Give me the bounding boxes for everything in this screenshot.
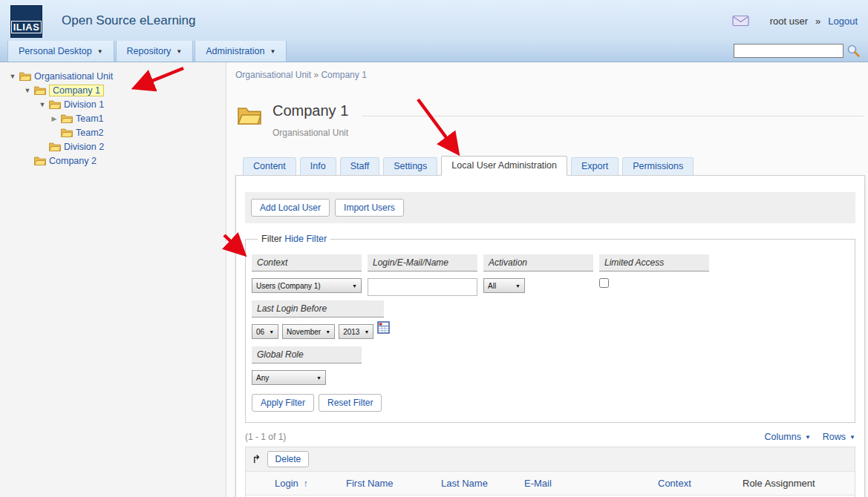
filter-activation-label: Activation [483,254,593,271]
chevron-down-icon: ▼ [325,329,330,335]
search-button[interactable] [846,44,861,58]
nav-repository-label: Repository [127,46,172,56]
chevron-down-icon: ▼ [849,434,855,441]
chevron-down-icon: ▼ [269,329,274,335]
table-header-row: Login ↑ First Name Last Name E-Mail Cont… [246,471,855,495]
filter-login-label: Login/E-Mail/Name [368,254,477,271]
chevron-down-icon: ▼ [352,283,357,289]
delete-button-top[interactable]: Delete [267,451,310,467]
tab-info[interactable]: Info [300,157,336,175]
column-header-context[interactable]: Context [653,472,738,495]
folder-icon [49,99,61,111]
tab-local-user-administration[interactable]: Local User Administration [441,156,567,176]
tab-bar: Content Info Staff Settings Local User A… [235,156,865,175]
page-title: Company 1 [273,102,348,119]
column-header-email[interactable]: E-Mail [520,472,653,495]
columns-menu[interactable]: Columns ▼ [765,432,811,442]
nav-personal-desktop[interactable]: Personal Desktop ▼ [7,41,114,62]
ilias-logo[interactable]: ILIAS [10,5,42,38]
breadcrumb-organisational-unit[interactable]: Organisational Unit [235,70,311,80]
username-label: root user [770,16,808,27]
header-separator: » [815,16,820,27]
tree-item-company-1[interactable]: Company 1 [49,85,104,96]
nav-administration[interactable]: Administration ▼ [195,41,287,62]
chevron-down-icon: ▼ [97,48,103,55]
context-select[interactable]: Users (Company 1) ▼ [252,278,362,293]
mail-icon[interactable] [732,15,749,27]
search-input[interactable] [734,44,843,58]
tree-collapse-icon[interactable]: ▼ [36,101,49,108]
filter-context-label: Context [252,254,362,271]
tree-item-team1[interactable]: Team1 [76,113,104,124]
ilias-logo-text: ILIAS [11,21,42,33]
filter-last-login-label: Last Login Before [252,300,384,317]
import-users-button[interactable]: Import Users [335,199,404,217]
nav-repository[interactable]: Repository ▼ [116,41,194,62]
nav-personal-desktop-label: Personal Desktop [19,46,92,56]
column-header-last-name[interactable]: Last Name [437,472,520,495]
logout-link[interactable]: Logout [828,16,858,27]
top-header: ILIAS Open Source eLearning root user » … [0,0,868,41]
folder-icon [34,85,46,96]
tree-item-division-1[interactable]: Division 1 [64,99,104,110]
reset-filter-button[interactable]: Reset Filter [319,394,382,412]
tree-item-company-2[interactable]: Company 2 [49,156,97,166]
column-header-login[interactable]: Login ↑ [270,472,342,495]
tree-item-team2[interactable]: Team2 [76,128,104,138]
chevron-down-icon: ▼ [515,283,521,289]
month-select[interactable]: November ▼ [282,324,335,339]
apply-filter-button[interactable]: Apply Filter [252,394,314,412]
search-icon [846,44,861,58]
breadcrumb-company-1[interactable]: Company 1 [321,70,366,80]
breadcrumb-separator: » [313,70,319,80]
hide-filter-link[interactable]: Hide Filter [284,234,327,244]
calendar-icon[interactable] [377,321,390,336]
folder-icon [49,141,61,153]
chevron-down-icon: ▼ [270,48,275,55]
sort-asc-icon: ↑ [303,478,307,489]
filter-limited-access-label: Limited Access [599,254,709,271]
day-select[interactable]: 06 ▼ [252,324,278,339]
tree-collapse-icon[interactable]: ▼ [6,73,19,80]
filter-fieldset: Filter Hide Filter Context Users (Compan… [245,234,855,423]
tab-export[interactable]: Export [571,157,619,175]
folder-icon [237,104,262,138]
folder-icon [34,155,46,167]
filter-legend: Filter [261,234,282,244]
column-header-role-assignment: Role Assignment [738,472,855,495]
tab-content-panel: Add Local User Import Users Filter Hide … [235,175,865,497]
result-range-top: (1 - 1 of 1) [245,432,286,442]
tree-collapse-icon[interactable]: ▼ [21,87,34,94]
app-title: Open Source eLearning [62,13,196,28]
filter-global-role-label: Global Role [252,346,362,363]
chevron-down-icon: ▼ [805,434,811,441]
repository-tree: ▼ Organisational Unit ▼ Company 1 ▼ Divi… [0,62,226,497]
year-select[interactable]: 2013 ▼ [339,324,373,339]
tab-settings[interactable]: Settings [383,157,437,175]
login-email-name-input[interactable] [368,278,477,296]
nav-administration-label: Administration [206,46,264,56]
activation-select[interactable]: All ▼ [483,278,525,293]
chevron-down-icon: ▼ [316,375,322,381]
global-role-select[interactable]: Any ▼ [252,370,326,385]
page-subtitle: Organisational Unit [273,128,865,138]
apply-to-selection-up-icon: ↱ [252,455,261,464]
folder-icon [61,113,73,125]
folder-icon [61,127,73,139]
tree-expand-icon[interactable]: ▶ [48,115,61,122]
tab-staff[interactable]: Staff [340,157,379,175]
limited-access-checkbox[interactable] [599,278,609,288]
users-table: ↱ Delete Login ↑ First Name Last Name E-… [245,447,855,497]
chevron-down-icon: ▼ [364,329,369,335]
action-toolbar: Add Local User Import Users [245,192,855,223]
main-navbar: Personal Desktop ▼ Repository ▼ Administ… [0,41,868,62]
tab-content[interactable]: Content [243,157,296,175]
folder-icon [19,70,31,82]
chevron-down-icon: ▼ [176,48,182,55]
tab-permissions[interactable]: Permissions [622,157,694,175]
tree-item-organisational-unit[interactable]: Organisational Unit [34,71,113,82]
column-header-first-name[interactable]: First Name [342,472,437,495]
tree-item-division-2[interactable]: Division 2 [64,142,104,152]
rows-menu[interactable]: Rows ▼ [823,432,855,442]
add-local-user-button[interactable]: Add Local User [251,199,330,217]
